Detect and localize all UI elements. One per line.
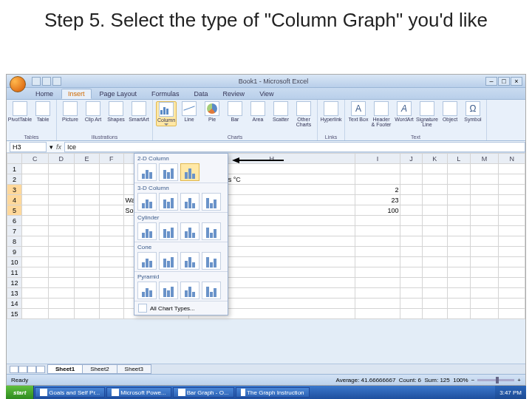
cell[interactable] [100,288,123,299]
chart-type-option[interactable] [202,282,221,299]
cell[interactable] [100,267,123,278]
tab-home[interactable]: Home [29,89,60,99]
cell[interactable]: 100 [355,205,400,216]
chart-type-option[interactable] [202,252,221,270]
row-header[interactable]: 15 [7,309,22,319]
cell[interactable] [100,257,123,267]
cell[interactable] [447,164,470,174]
cell[interactable] [22,257,49,267]
cell[interactable] [470,278,499,288]
object-button[interactable]: Object [440,101,460,122]
bar-chart-button[interactable]: Bar [225,101,245,122]
chart-type-option[interactable] [180,282,200,299]
tab-view[interactable]: View [253,89,280,99]
qat-save-icon[interactable] [32,77,41,86]
cell[interactable] [499,309,525,319]
cell[interactable] [422,247,447,257]
cell[interactable] [470,299,499,309]
cell[interactable] [499,236,525,247]
cell[interactable] [48,278,75,288]
cell[interactable] [447,309,470,319]
column-header[interactable]: L [447,154,470,164]
chart-type-option[interactable] [159,222,178,240]
cell[interactable] [447,267,470,278]
cell[interactable] [499,278,525,288]
cell[interactable] [100,226,123,236]
cell[interactable] [470,309,499,319]
cell[interactable] [355,236,400,247]
cell[interactable] [400,164,422,174]
cell[interactable] [355,247,400,257]
chart-type-option[interactable] [159,193,178,211]
cell[interactable] [22,236,49,247]
pivot-table-button[interactable]: PivotTable [10,101,30,122]
picture-button[interactable]: Picture [60,101,81,122]
taskbar-item[interactable]: Microsoft Powe... [106,387,171,398]
cell[interactable] [447,236,470,247]
row-header[interactable]: 4 [7,195,22,205]
cell[interactable] [75,164,100,174]
cell[interactable] [75,205,100,216]
cell[interactable] [400,267,422,278]
row-header[interactable]: 8 [7,236,22,247]
office-button[interactable] [10,76,26,92]
cell[interactable] [499,174,525,185]
cell[interactable] [400,226,422,236]
line-chart-button[interactable]: Line [179,101,200,122]
cell[interactable] [470,195,499,205]
cell[interactable] [22,288,49,299]
smartart-button[interactable]: SmartArt [129,101,149,122]
sheet-tab-1[interactable]: Sheet1 [47,364,83,374]
cell[interactable] [422,236,447,247]
chart-type-option[interactable] [180,222,200,240]
cell[interactable] [22,174,49,185]
clipart-button[interactable]: Clip Art [83,101,103,122]
cell[interactable] [499,185,525,195]
cell[interactable] [447,299,470,309]
pie-chart-button[interactable]: Pie [202,101,222,122]
cell[interactable] [470,205,499,216]
cell[interactable] [48,236,75,247]
tab-data[interactable]: Data [188,89,215,99]
column-header[interactable]: N [499,154,525,164]
cell[interactable] [100,195,123,205]
cell[interactable] [48,174,75,185]
cell[interactable] [48,257,75,267]
cell[interactable] [447,216,470,226]
cell[interactable] [48,164,75,174]
cell[interactable] [400,216,422,226]
textbox-button[interactable]: AText Box [348,101,369,122]
cell[interactable] [355,267,400,278]
column-header[interactable]: J [400,154,422,164]
cell[interactable] [470,288,499,299]
maximize-button[interactable]: □ [498,77,510,86]
scatter-chart-button[interactable]: Scatter [270,101,291,122]
cell[interactable] [355,216,400,226]
wordart-button[interactable]: AWordArt [394,101,415,122]
chart-type-option[interactable] [180,193,200,211]
shapes-button[interactable]: Shapes [106,101,126,122]
cell[interactable] [100,185,123,195]
cell[interactable] [48,267,75,278]
cell[interactable] [355,278,400,288]
chart-type-option[interactable] [159,252,178,270]
cell[interactable] [400,309,422,319]
cell[interactable] [470,247,499,257]
cell[interactable] [75,299,100,309]
cell[interactable] [100,216,123,226]
cell[interactable] [22,205,49,216]
other-charts-button[interactable]: Other Charts [293,101,314,127]
chart-type-option[interactable] [137,193,157,211]
column-header[interactable]: I [355,154,400,164]
cell[interactable] [100,299,123,309]
column-header[interactable]: E [75,154,100,164]
cell[interactable] [355,174,400,185]
cell[interactable] [75,185,100,195]
minimize-button[interactable]: – [485,77,497,86]
cell[interactable] [355,257,400,267]
row-header[interactable]: 5 [7,205,22,216]
cell[interactable] [22,278,49,288]
symbol-button[interactable]: ΩSymbol [463,101,483,122]
cell[interactable] [400,174,422,185]
sheet-nav-last[interactable] [36,366,45,373]
